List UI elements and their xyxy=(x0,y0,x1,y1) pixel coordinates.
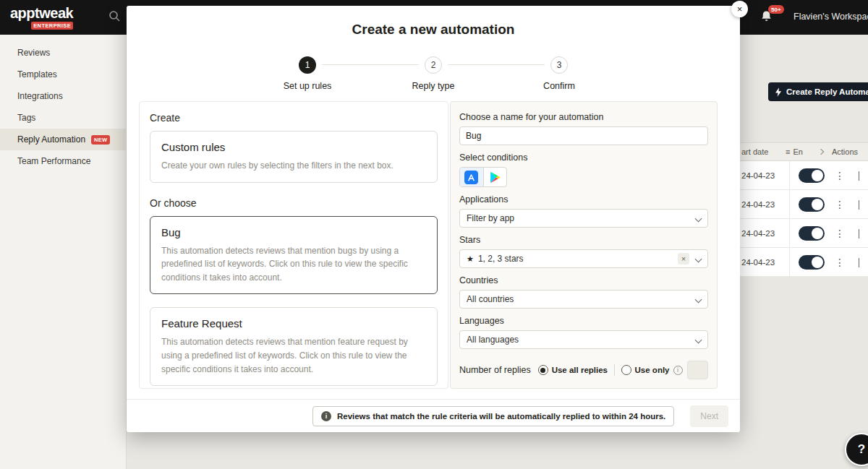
sidebar-item-label: Integrations xyxy=(17,91,63,101)
google-play-icon xyxy=(489,171,501,184)
table-header-row: art date ≡ En Actions xyxy=(729,142,868,161)
sidebar-item-integrations[interactable]: Integrations xyxy=(0,85,126,107)
sidebar: Reviews Templates Integrations Tags Repl… xyxy=(0,35,127,469)
number-of-replies-row: Number of replies Use all replies Use on… xyxy=(459,361,708,379)
column-divider xyxy=(789,219,790,247)
step-connector xyxy=(322,64,419,65)
notifications-bell-icon[interactable]: 50+ xyxy=(760,9,775,25)
modal-title: Create a new automation xyxy=(127,6,740,38)
sidebar-item-templates[interactable]: Templates xyxy=(0,64,126,85)
row-kebab-menu-icon[interactable]: ⋮ xyxy=(835,257,843,268)
app-logo: apptweak ENTERPRISE xyxy=(10,6,73,30)
row-kebab-menu-icon[interactable]: ⋮ xyxy=(835,170,843,181)
enabled-toggle[interactable] xyxy=(799,226,825,241)
preset-feature-request-card[interactable]: Feature Request This automation detects … xyxy=(150,307,438,386)
preset-bug-card[interactable]: Bug This automation detects reviews that… xyxy=(150,216,438,295)
info-icon: i xyxy=(321,411,331,421)
search-icon[interactable] xyxy=(107,10,122,25)
preset-bug-title: Bug xyxy=(161,226,426,238)
enabled-toggle[interactable] xyxy=(799,255,825,270)
countries-value: All countries xyxy=(467,294,696,304)
column-header-enabled: ≡ En xyxy=(786,147,810,156)
custom-rules-description: Create your own rules by selecting the f… xyxy=(161,159,426,173)
table-row[interactable]: 24-04-23 ⋮ xyxy=(729,161,868,190)
modal-footer: i Reviews that match the rule criteria w… xyxy=(127,399,740,432)
radio-icon xyxy=(621,365,631,375)
create-reply-automation-button[interactable]: Create Reply Automation xyxy=(768,82,868,101)
sidebar-item-label: Tags xyxy=(17,113,35,123)
automations-table: art date ≡ En Actions 24-04-23 ⋮ 24-04-2… xyxy=(729,142,868,277)
workspace-switcher[interactable]: Flavien's Workspace xyxy=(793,12,868,22)
chevron-down-icon xyxy=(695,336,702,343)
or-choose-heading: Or choose xyxy=(150,197,438,209)
languages-value: All languages xyxy=(467,335,696,345)
preset-feature-request-title: Feature Request xyxy=(161,317,426,330)
filter-lines-icon: ≡ xyxy=(786,147,790,156)
number-of-replies-label: Number of replies xyxy=(459,365,531,375)
use-all-replies-radio[interactable]: Use all replies xyxy=(538,365,608,375)
sidebar-item-reviews[interactable]: Reviews xyxy=(0,42,126,64)
step-3-label: Confirm xyxy=(543,81,575,91)
table-row[interactable]: 24-04-23 ⋮ xyxy=(729,190,868,219)
chevron-down-icon xyxy=(695,296,702,303)
stars-select[interactable]: ★ 1, 2, 3 stars × xyxy=(459,249,708,268)
row-expand-chevron-icon[interactable] xyxy=(859,258,859,267)
sidebar-item-tags[interactable]: Tags xyxy=(0,107,126,129)
preset-feature-request-description: This automation detects reviews that men… xyxy=(161,335,426,376)
app-store-icon xyxy=(464,171,478,184)
column-divider xyxy=(789,190,790,218)
row-kebab-menu-icon[interactable]: ⋮ xyxy=(835,199,843,210)
languages-label: Languages xyxy=(459,316,708,326)
enabled-toggle[interactable] xyxy=(799,168,825,183)
auto-reply-info-text: Reviews that match the rule criteria wil… xyxy=(337,412,665,421)
new-badge: NEW xyxy=(91,135,110,145)
google-play-filter-button[interactable] xyxy=(483,168,506,186)
auto-reply-info-banner: i Reviews that match the rule criteria w… xyxy=(312,406,674,426)
step-2-label: Reply type xyxy=(412,81,454,91)
chevron-down-icon xyxy=(695,255,702,262)
preset-bug-description: This automation detects reviews that men… xyxy=(161,244,426,285)
step-3-circle: 3 xyxy=(550,56,568,74)
languages-select[interactable]: All languages xyxy=(459,330,708,349)
screen: apptweak ENTERPRISE 50+ Flavien's Worksp… xyxy=(0,0,868,469)
countries-select[interactable]: All countries xyxy=(459,290,708,309)
next-button[interactable]: Next xyxy=(690,405,728,427)
automation-name-label: Choose a name for your automation xyxy=(459,112,708,122)
column-header-actions: Actions xyxy=(832,147,868,156)
row-kebab-menu-icon[interactable]: ⋮ xyxy=(835,228,843,239)
clear-stars-icon[interactable]: × xyxy=(678,253,689,264)
use-only-radio[interactable]: Use only i xyxy=(621,365,683,375)
column-divider xyxy=(789,248,790,276)
column-divider xyxy=(789,161,790,189)
notification-count-badge: 50+ xyxy=(768,5,784,14)
app-store-filter-button[interactable] xyxy=(460,168,483,186)
lightning-icon xyxy=(775,87,782,97)
store-filter-toggle xyxy=(459,167,507,187)
step-1-circle: 1 xyxy=(299,56,316,74)
create-heading: Create xyxy=(150,112,438,124)
column-expand-icon[interactable] xyxy=(810,150,832,154)
create-automation-modal: Create a new automation 1 2 3 Set up rul… xyxy=(127,6,740,432)
app-logo-text: apptweak xyxy=(10,6,73,20)
info-icon: i xyxy=(673,366,683,375)
table-row[interactable]: 24-04-23 ⋮ xyxy=(729,219,868,248)
wizard-stepper: 1 2 3 Set up rules Reply type Confirm xyxy=(127,49,740,98)
row-expand-chevron-icon[interactable] xyxy=(859,200,859,209)
close-modal-icon[interactable]: × xyxy=(731,1,748,17)
sidebar-item-reply-automation[interactable]: Reply Automation NEW xyxy=(0,129,126,150)
applications-select[interactable]: Filter by app xyxy=(459,209,708,228)
row-expand-chevron-icon[interactable] xyxy=(859,171,859,180)
enabled-toggle[interactable] xyxy=(799,197,825,212)
custom-rules-card[interactable]: Custom rules Create your own rules by se… xyxy=(150,131,438,183)
stars-value: 1, 2, 3 stars xyxy=(478,254,678,264)
row-expand-chevron-icon[interactable] xyxy=(859,229,859,238)
step-2-circle: 2 xyxy=(425,56,442,74)
table-row[interactable]: 24-04-23 ⋮ xyxy=(729,248,868,277)
sidebar-item-label: Reviews xyxy=(17,48,50,58)
custom-rules-title: Custom rules xyxy=(161,141,426,153)
sidebar-item-team-performance[interactable]: Team Performance xyxy=(0,150,126,172)
automation-name-input[interactable] xyxy=(459,126,708,145)
conditions-panel: Choose a name for your automation Select… xyxy=(450,101,718,389)
create-reply-automation-label: Create Reply Automation xyxy=(786,87,868,96)
help-button[interactable]: ? xyxy=(845,433,868,466)
